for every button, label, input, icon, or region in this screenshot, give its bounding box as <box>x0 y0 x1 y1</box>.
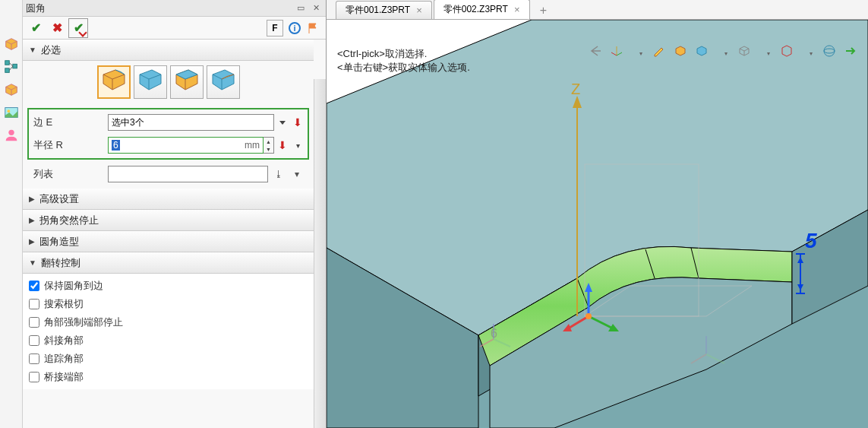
list-input[interactable] <box>108 166 268 182</box>
dimension-value[interactable]: 5 <box>805 229 817 252</box>
tab-add-button[interactable]: + <box>535 2 553 19</box>
view-csys-icon[interactable] <box>610 44 628 62</box>
flip-control-options: 保持圆角到边 搜索根切 角部强制端部停止 斜接角部 追踪角部 桥接端部 <box>23 274 314 389</box>
edge-dropdown[interactable] <box>276 114 289 131</box>
expand-icon: ▶ <box>29 237 35 246</box>
radius-pick-icon[interactable]: ⬇ <box>276 137 289 154</box>
svg-point-4 <box>7 109 10 113</box>
section-advanced[interactable]: ▶ 高级设置 <box>23 189 314 210</box>
apply-button[interactable]: ✔ <box>68 18 88 38</box>
3d-viewport[interactable]: 5 Z <box>327 20 868 428</box>
section-corner-stop[interactable]: ▶ 拐角突然停止 <box>23 210 314 231</box>
svg-point-5 <box>8 130 14 135</box>
edge-label: 边 E <box>32 116 108 129</box>
radius-spinner[interactable]: ▲▼ <box>264 137 274 154</box>
svg-text:i: i <box>293 24 295 33</box>
edge-input[interactable]: 选中3个 <box>108 114 274 131</box>
collapse-icon: ▼ <box>29 258 36 267</box>
tab-bar: 零件001.Z3PRT × 零件002.Z3PRT × + <box>327 0 868 20</box>
action-bar: ✔ ✖ ✔ F i <box>23 17 326 40</box>
view-hex-dropdown[interactable] <box>801 44 819 62</box>
fillet-type-constant[interactable] <box>97 65 131 99</box>
radius-menu[interactable]: ▾ <box>291 137 305 154</box>
svg-line-26 <box>611 52 617 55</box>
check-force-end-stop[interactable] <box>29 317 39 328</box>
tree-icon[interactable] <box>2 58 21 76</box>
panel-titlebar: 圆角 ▭ ✕ <box>23 0 326 17</box>
view-hex-icon[interactable] <box>780 44 798 62</box>
f-button[interactable]: F <box>267 20 283 36</box>
svg-text:6: 6 <box>491 327 497 340</box>
check-keep-fillet[interactable] <box>29 281 39 291</box>
list-label: 列表 <box>32 167 108 181</box>
tab-close-icon[interactable]: × <box>514 4 520 15</box>
panel-title: 圆角 <box>26 2 292 15</box>
view-arrow-icon[interactable] <box>844 44 862 62</box>
list-dropdown[interactable]: ▾ <box>289 166 305 182</box>
property-panel: 圆角 ▭ ✕ ✔ ✖ ✔ F i ▼ 必选 <box>23 0 327 428</box>
svg-point-28 <box>824 49 835 53</box>
view-cube1-icon[interactable] <box>674 44 692 62</box>
fillet-type-row <box>23 61 314 103</box>
radius-label: 半径 R <box>32 138 108 152</box>
viewport-hint: <Ctrl-pick>取消选择. <单击右键>获取实体输入选项. <box>337 47 470 75</box>
left-icon-strip <box>0 0 23 428</box>
section-required[interactable]: ▼ 必选 <box>23 40 314 61</box>
view-toolbar <box>589 44 862 62</box>
cancel-button[interactable]: ✖ <box>47 18 67 38</box>
workspace: 零件001.Z3PRT × 零件002.Z3PRT × + <box>327 0 868 428</box>
svg-point-27 <box>824 46 835 56</box>
panel-close-icon[interactable]: ✕ <box>309 2 323 14</box>
fillet-type-full[interactable] <box>207 65 240 99</box>
info-icon[interactable]: i <box>286 20 303 36</box>
edge-pick-icon[interactable]: ⬇ <box>291 114 305 131</box>
fillet-type-variable[interactable] <box>134 65 167 99</box>
check-search-undercut[interactable] <box>29 299 39 309</box>
svg-rect-2 <box>12 64 17 68</box>
view-edit-icon[interactable] <box>652 44 671 62</box>
list-save-icon[interactable]: ⭳ <box>271 166 286 182</box>
section-flip-control[interactable]: ▼ 翻转控制 <box>23 252 314 274</box>
feature-icon[interactable] <box>2 35 21 53</box>
view-back-icon[interactable] <box>589 44 607 62</box>
tab-part-002[interactable]: 零件002.Z3PRT × <box>434 0 530 19</box>
svg-rect-1 <box>5 68 9 73</box>
svg-point-16 <box>586 313 592 319</box>
flag-icon[interactable] <box>305 20 321 36</box>
check-miter-corner[interactable] <box>29 335 39 346</box>
panel-scrollbar[interactable] <box>314 79 326 428</box>
user-icon[interactable] <box>2 126 21 144</box>
panel-restore-icon[interactable]: ▭ <box>294 2 308 14</box>
required-fields: 边 E 选中3个 ⬇ 半径 R 6 mm ▲▼ ⬇ <box>27 108 309 160</box>
check-trace-corner[interactable] <box>29 353 39 364</box>
expand-icon: ▶ <box>29 216 35 224</box>
box-icon[interactable] <box>2 81 21 99</box>
fillet-type-face[interactable] <box>170 65 204 99</box>
tab-close-icon[interactable]: × <box>416 5 422 16</box>
ok-button[interactable]: ✔ <box>26 18 46 38</box>
view-cube2-icon[interactable] <box>695 44 713 62</box>
radius-input[interactable]: 6 mm <box>108 137 264 154</box>
image-icon[interactable] <box>2 103 21 122</box>
view-csys-dropdown[interactable] <box>631 44 649 62</box>
view-sphere-icon[interactable] <box>822 44 841 62</box>
tab-part-001[interactable]: 零件001.Z3PRT × <box>336 1 432 19</box>
axis-z-label: Z <box>571 81 580 97</box>
section-fillet-shape[interactable]: ▶ 圆角造型 <box>23 231 314 252</box>
svg-line-25 <box>617 52 622 55</box>
expand-icon: ▶ <box>29 195 35 203</box>
collapse-icon: ▼ <box>29 46 36 54</box>
view-wire-icon[interactable] <box>737 44 756 62</box>
view-wire-dropdown[interactable] <box>759 44 777 62</box>
check-bridge-corner[interactable] <box>29 372 39 382</box>
view-cube2-dropdown[interactable] <box>716 44 734 62</box>
svg-rect-0 <box>5 61 9 65</box>
